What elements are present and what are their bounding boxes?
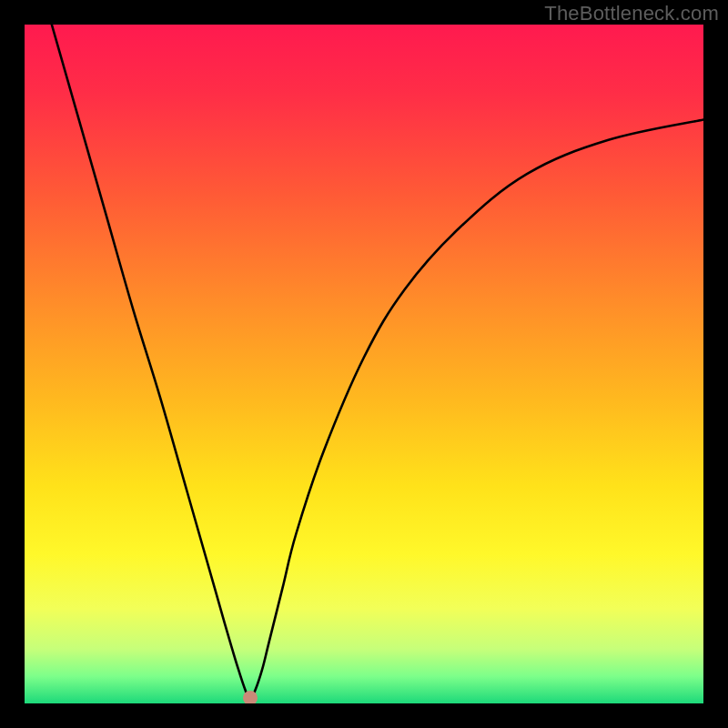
bottleneck-curve bbox=[25, 25, 703, 703]
watermark-label: TheBottleneck.com bbox=[544, 2, 719, 25]
plot-area bbox=[25, 25, 703, 703]
chart-stage: TheBottleneck.com bbox=[0, 0, 728, 728]
optimal-point-marker bbox=[243, 691, 258, 703]
